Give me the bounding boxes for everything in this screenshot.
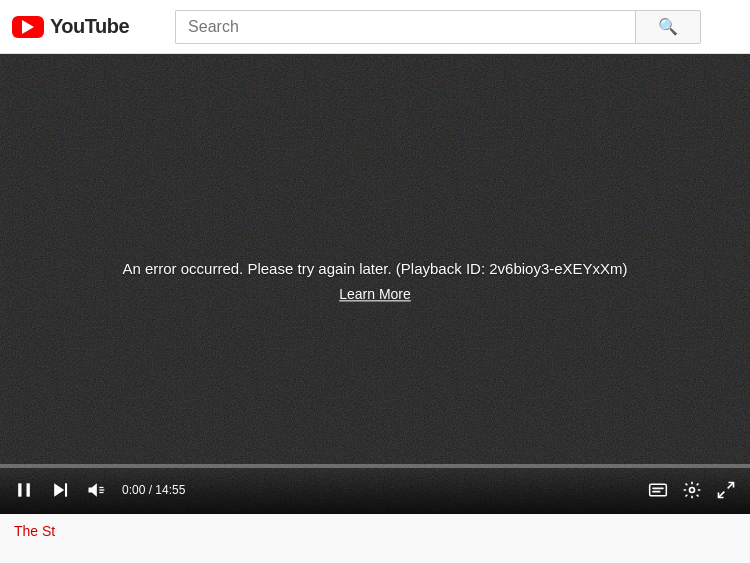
video-player[interactable]: An error occurred. Please try again late… xyxy=(0,54,750,514)
settings-button[interactable] xyxy=(678,476,706,504)
learn-more-link[interactable]: Learn More xyxy=(339,286,411,302)
svg-rect-10 xyxy=(652,491,660,493)
time-display: 0:00 / 14:55 xyxy=(122,483,185,497)
youtube-logo[interactable]: YouTube xyxy=(12,15,129,38)
error-container: An error occurred. Please try again late… xyxy=(122,260,627,303)
site-header: YouTube 🔍 xyxy=(0,0,750,54)
svg-rect-8 xyxy=(650,484,667,496)
svg-rect-1 xyxy=(27,483,30,496)
svg-rect-3 xyxy=(65,483,67,496)
volume-icon xyxy=(86,480,106,500)
youtube-icon xyxy=(12,16,44,38)
youtube-wordmark: YouTube xyxy=(50,15,129,38)
play-pause-icon xyxy=(14,480,34,500)
svg-line-13 xyxy=(719,492,725,498)
play-pause-button[interactable] xyxy=(10,476,38,504)
svg-point-11 xyxy=(690,488,695,493)
search-input[interactable] xyxy=(175,10,635,44)
search-icon: 🔍 xyxy=(658,17,678,36)
right-controls xyxy=(644,476,740,504)
svg-line-12 xyxy=(728,483,734,489)
svg-rect-0 xyxy=(18,483,21,496)
subtitles-button[interactable] xyxy=(644,476,672,504)
main-content: An error occurred. Please try again late… xyxy=(0,54,750,563)
subtitles-icon xyxy=(648,480,668,500)
video-title-preview: The St xyxy=(14,523,55,539)
fullscreen-icon xyxy=(716,480,736,500)
settings-icon xyxy=(682,480,702,500)
next-icon xyxy=(50,480,70,500)
volume-button[interactable] xyxy=(82,476,110,504)
fullscreen-button[interactable] xyxy=(712,476,740,504)
svg-marker-2 xyxy=(54,483,64,496)
next-button[interactable] xyxy=(46,476,74,504)
search-button[interactable]: 🔍 xyxy=(635,10,701,44)
svg-marker-4 xyxy=(89,483,97,496)
error-message: An error occurred. Please try again late… xyxy=(122,260,627,277)
player-controls: 0:00 / 14:55 xyxy=(0,466,750,514)
search-bar-container: 🔍 xyxy=(175,10,738,44)
below-video: The St xyxy=(0,514,750,563)
svg-rect-9 xyxy=(652,488,664,490)
